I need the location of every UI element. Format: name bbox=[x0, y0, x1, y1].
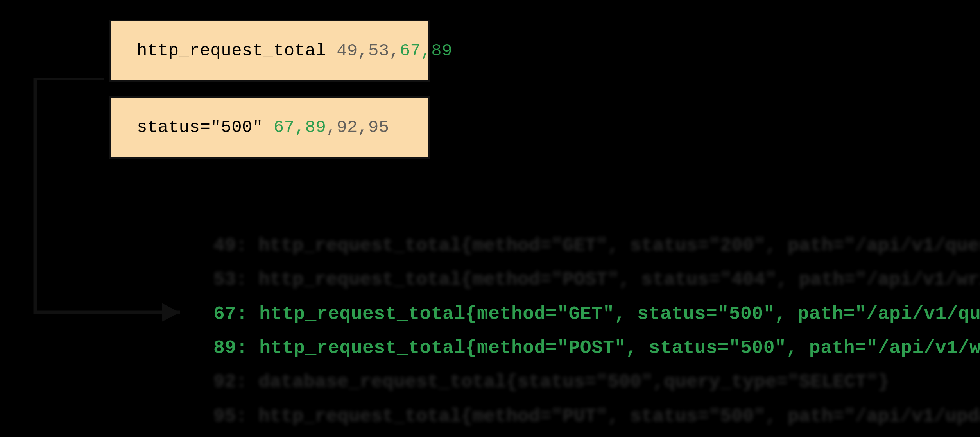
results-row: 89: http_request_total{method="POST", st… bbox=[213, 331, 980, 365]
results-row: 53: http_request_total{method="POST", st… bbox=[213, 263, 980, 297]
row-separator: : bbox=[236, 337, 260, 359]
row-text: http_request_total{method="POST", status… bbox=[259, 337, 980, 359]
row-separator: : bbox=[236, 371, 259, 392]
results-row: 95: http_request_total{method="PUT", sta… bbox=[213, 400, 980, 433]
connector-arrow-icon bbox=[23, 78, 195, 328]
row-text: http_request_total{method="GET", status=… bbox=[259, 303, 980, 325]
index-ids-plain: 49,53, bbox=[337, 41, 400, 61]
row-separator: : bbox=[236, 269, 259, 290]
row-id: 92 bbox=[213, 371, 236, 392]
row-id: 67 bbox=[213, 303, 236, 325]
index-entry-line-1: http_request_total 49,53,67,89 bbox=[111, 41, 452, 61]
row-text: http_request_total{method="GET", status=… bbox=[258, 235, 980, 256]
row-id: 53 bbox=[213, 269, 236, 290]
index-ids-highlight: 67,89 bbox=[274, 118, 326, 137]
index-ids-plain: ,92,95 bbox=[326, 118, 389, 137]
row-text: database_request_total{status="500",quer… bbox=[258, 371, 889, 392]
results-row: 49: http_request_total{method="GET", sta… bbox=[213, 229, 980, 263]
results-list: 49: http_request_total{method="GET", sta… bbox=[213, 229, 980, 433]
row-text: http_request_total{method="PUT", status=… bbox=[258, 406, 980, 427]
row-separator: : bbox=[236, 235, 259, 256]
row-separator: : bbox=[236, 406, 259, 427]
results-row: 67: http_request_total{method="GET", sta… bbox=[213, 297, 980, 331]
row-text: http_request_total{method="POST", status… bbox=[258, 269, 980, 290]
row-separator: : bbox=[236, 303, 260, 325]
row-id: 95 bbox=[213, 406, 236, 427]
row-id: 89 bbox=[213, 337, 236, 359]
results-row: 92: database_request_total{status="500",… bbox=[213, 365, 980, 399]
index-entry-box-1: http_request_total 49,53,67,89 bbox=[109, 20, 430, 82]
index-ids-highlight: 67,89 bbox=[400, 41, 453, 61]
index-key: http_request_total bbox=[137, 41, 326, 61]
diagram-stage: http_request_total 49,53,67,89 status="5… bbox=[0, 0, 980, 437]
row-id: 49 bbox=[213, 235, 236, 256]
